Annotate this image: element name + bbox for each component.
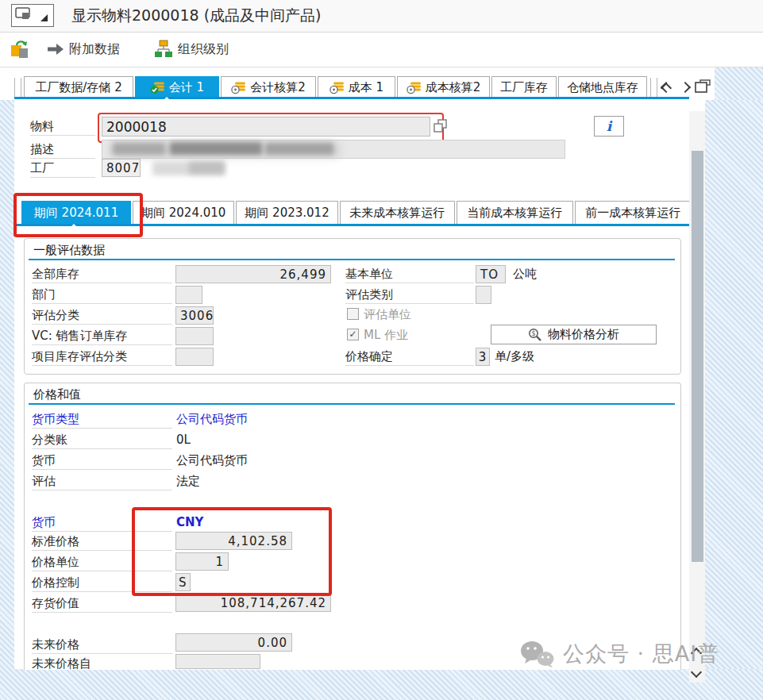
tab-label: 会计核算2: [250, 80, 306, 95]
price-unit-value: 1: [215, 555, 224, 569]
application-toolbar: 附加数据 组织级别: [0, 33, 763, 67]
redacted-description: [113, 143, 165, 155]
svg-text:$: $: [531, 329, 535, 337]
future-price-label: 未来价格: [32, 636, 172, 654]
description-label: 描述: [30, 140, 95, 159]
future-price-from-label: 未来价格自: [32, 655, 172, 673]
main-tab-strip: 工厂数据/存储 2 会计 1 会计核算2 成本 1: [14, 76, 660, 98]
check-icon: ✓: [349, 329, 356, 340]
tab-period-2024-010[interactable]: 期间 2024.010: [133, 201, 234, 224]
valuation-label: 评估: [32, 472, 172, 490]
tab-period-2023-012[interactable]: 期间 2023.012: [236, 201, 337, 224]
plant-field[interactable]: 8007: [102, 159, 141, 177]
coins-radio-icon: [407, 82, 422, 94]
info-icon: i: [607, 118, 611, 134]
windows-copy-icon[interactable]: [434, 119, 447, 137]
standard-price-value: 4,102.58: [228, 534, 287, 548]
currency-type-label[interactable]: 货币类型: [32, 410, 172, 429]
material-field[interactable]: 2000018: [102, 117, 430, 137]
next-arrow-icon: [48, 43, 65, 59]
tab-storage-location-stock[interactable]: 仓储地点库存: [558, 76, 647, 98]
price-control-label: 价格控制: [32, 574, 172, 592]
tab-plant-stock[interactable]: 工厂库存: [491, 76, 557, 98]
tab-label: 工厂库存: [500, 80, 548, 95]
title-bar: 显示物料2000018 (成品及中间产品): [0, 0, 763, 33]
org-levels-button[interactable]: 组织级别: [178, 41, 229, 58]
swap-screen-icon[interactable]: [10, 39, 33, 63]
price-control-field[interactable]: S: [175, 573, 191, 591]
valuation-category-label: 评估类别: [345, 286, 474, 304]
wechat-icon: [520, 640, 555, 668]
plant-label: 工厂: [30, 160, 95, 178]
tab-scroll-right-icon[interactable]: [680, 82, 691, 93]
redacted-plant-name: [189, 162, 224, 174]
ml-active-checkbox[interactable]: ✓: [347, 329, 359, 340]
general-valuation-title: 一般评估数据: [33, 243, 105, 258]
active-period-tab-notch: [70, 224, 78, 228]
watermark: 公众号 · 思AI普: [520, 640, 719, 668]
tab-costing-1[interactable]: 成本 1: [318, 76, 395, 98]
tab-accounting-2[interactable]: 会计核算2: [221, 76, 316, 98]
org-chart-icon[interactable]: [155, 40, 172, 62]
total-stock-value: 26,499: [280, 267, 327, 282]
price-control-value: S: [179, 575, 187, 590]
tab-accounting-1[interactable]: 会计 1: [135, 76, 219, 98]
background-hatch-bottom: [0, 669, 763, 700]
price-unit-field[interactable]: 1: [175, 552, 229, 571]
project-stock-valuation-class-label: 项目库存评估分类: [32, 348, 172, 366]
tab-previous-costing-run[interactable]: 前一成本核算运行: [575, 201, 692, 224]
standard-price-field[interactable]: 4,102.58: [175, 532, 292, 550]
tab-plant-data-storage-2[interactable]: 工厂数据/存储 2: [24, 76, 133, 98]
tab-label: 期间 2024.011: [34, 206, 118, 221]
total-stock-label: 全部库存: [32, 265, 172, 283]
price-determination-label: 价格确定: [345, 348, 474, 366]
inventory-value-field[interactable]: 108,714,267.42: [175, 594, 331, 612]
tab-future-costing-run[interactable]: 未来成本核算运行: [340, 201, 455, 224]
base-unit-field[interactable]: TO: [476, 265, 506, 283]
valuation-class-value: 3006: [180, 309, 214, 323]
vc-sales-order-stock-label: VC: 销售订单库存: [32, 327, 172, 345]
material-price-analysis-button[interactable]: $ 物料价格分析: [491, 325, 657, 344]
price-determination-text: 单/多级: [495, 348, 534, 366]
project-stock-valuation-class-field[interactable]: [175, 348, 214, 366]
services-for-object-button[interactable]: [11, 4, 54, 27]
scrollbar-thumb[interactable]: [692, 151, 703, 562]
ledger-label: 分类账: [32, 431, 172, 449]
currency-type-value: 公司代码货币: [176, 410, 248, 429]
price-analysis-magnifier-icon: $: [528, 328, 542, 342]
background-hatch-right: [705, 100, 763, 700]
future-price-field[interactable]: 0.00: [175, 633, 292, 652]
prices-values-title: 价格和值: [33, 387, 81, 402]
price-determination-field[interactable]: 3: [476, 348, 490, 366]
tab-current-costing-run[interactable]: 当前成本核算运行: [457, 201, 573, 224]
redacted-description: [265, 143, 333, 155]
inventory-value-label: 存货价值: [32, 594, 172, 613]
valuation-class-field[interactable]: 3006: [175, 306, 214, 325]
information-button[interactable]: i: [594, 116, 624, 137]
total-stock-field[interactable]: 26,499: [175, 265, 331, 283]
tab-overview-icon[interactable]: [694, 79, 711, 98]
inventory-value-value: 108,714,267.42: [221, 596, 326, 610]
vc-sales-order-stock-field[interactable]: [175, 327, 214, 345]
valuation-unit-checkbox[interactable]: [347, 308, 359, 320]
additional-data-button[interactable]: 附加数据: [69, 41, 120, 58]
price-unit-label: 价格单位: [32, 553, 172, 571]
background-hatch-left: [0, 100, 14, 700]
future-price-from-field[interactable]: [175, 654, 260, 669]
tab-scroll-left-icon[interactable]: [661, 82, 672, 93]
currency2-value: CNY: [176, 513, 203, 532]
tab-stack-decoration: [650, 78, 657, 98]
currency2-label[interactable]: 货币: [32, 513, 172, 532]
tab-label: 当前成本核算运行: [467, 206, 562, 221]
division-label: 部门: [32, 286, 172, 304]
tab-stack-decoration: [14, 78, 21, 98]
tab-period-2024-011[interactable]: 期间 2024.011: [21, 201, 131, 224]
currency-label: 货币: [32, 452, 172, 470]
price-determination-value: 3: [479, 350, 487, 364]
division-field[interactable]: [175, 286, 202, 304]
tab-label: 工厂数据/存储 2: [35, 80, 121, 95]
tab-costing-2[interactable]: 成本核算2: [397, 76, 490, 98]
period-tab-strip: 期间 2024.011 期间 2024.010 期间 2023.012 未来成本…: [21, 201, 693, 224]
valuation-category-field[interactable]: [476, 286, 491, 304]
ledger-value: 0L: [176, 431, 191, 449]
